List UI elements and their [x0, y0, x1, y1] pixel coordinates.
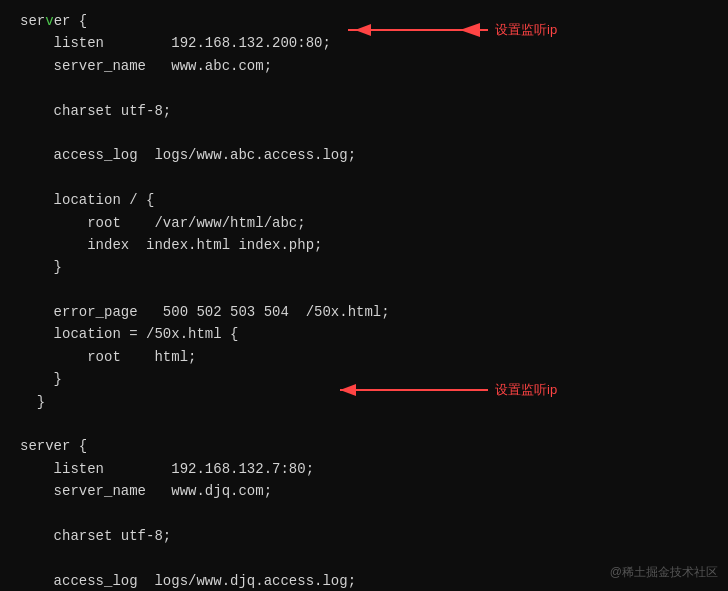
code-line-5: charset utf-8;: [20, 100, 708, 122]
code-line-23: [20, 503, 708, 525]
code-line-17: }: [20, 368, 708, 390]
code-line-15: location = /50x.html {: [20, 323, 708, 345]
code-container: server { listen 192.168.132.200:80; serv…: [0, 0, 728, 591]
code-line-8: [20, 167, 708, 189]
code-line-18: }: [20, 391, 708, 413]
code-line-9: location / {: [20, 189, 708, 211]
code-line-2: listen 192.168.132.200:80;: [20, 32, 708, 54]
code-line-16: root html;: [20, 346, 708, 368]
code-line-14: error_page 500 502 503 504 /50x.html;: [20, 301, 708, 323]
code-line-10: root /var/www/html/abc;: [20, 212, 708, 234]
code-line-25: [20, 547, 708, 569]
annotation-1: 设置监听ip: [495, 21, 557, 39]
code-line-7: access_log logs/www.abc.access.log;: [20, 144, 708, 166]
code-line-12: }: [20, 256, 708, 278]
code-line-6: [20, 122, 708, 144]
code-line-22: server_name www.djq.com;: [20, 480, 708, 502]
code-line-21: listen 192.168.132.7:80;: [20, 458, 708, 480]
annotation-2: 设置监听ip: [495, 381, 557, 399]
code-line-20: server {: [20, 435, 708, 457]
code-line-24: charset utf-8;: [20, 525, 708, 547]
code-line-4: [20, 77, 708, 99]
code-line-13: [20, 279, 708, 301]
code-line-26: access_log logs/www.djq.access.log;: [20, 570, 708, 591]
code-line-3: server_name www.abc.com;: [20, 55, 708, 77]
code-line-11: index index.html index.php;: [20, 234, 708, 256]
code-line-19: [20, 413, 708, 435]
watermark: @稀土掘金技术社区: [610, 564, 718, 581]
code-line-1: server {: [20, 10, 708, 32]
